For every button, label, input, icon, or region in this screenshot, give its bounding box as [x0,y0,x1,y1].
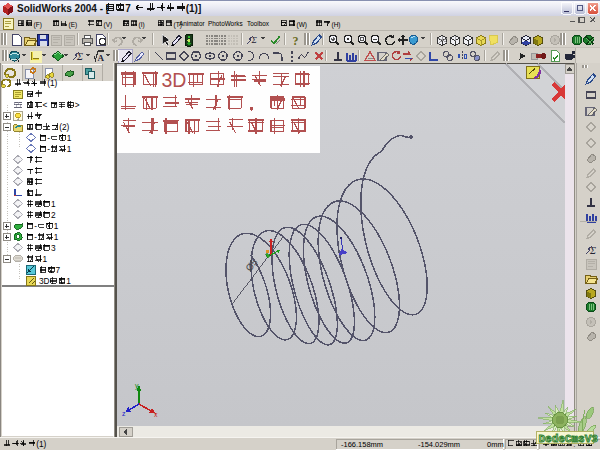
svg-text:-: - [34,232,37,242]
svg-text:1: 1 [67,144,72,154]
svg-text:PhotoWorks: PhotoWorks [208,20,243,27]
svg-text:>: > [75,100,80,110]
svg-text:?: ? [293,34,299,48]
svg-text:(1)]: (1)] [186,3,202,14]
svg-text:(1): (1) [36,439,46,449]
svg-text:Σ: Σ [76,51,83,62]
svg-text:(F): (F) [34,21,42,29]
svg-text:1: 1 [54,221,59,231]
svg-text:1: 1 [54,232,59,242]
svg-text:y: y [135,382,139,390]
svg-text:(E): (E) [69,21,78,29]
svg-text:2: 2 [51,210,56,220]
svg-text:7: 7 [56,265,61,275]
svg-text:3D: 3D [39,276,50,286]
svg-text:0mm: 0mm [487,440,504,449]
svg-text:Animator: Animator [179,20,205,27]
svg-text:x: x [154,411,158,418]
svg-text:SolidWorks 2004 - [: SolidWorks 2004 - [ [17,3,110,14]
svg-text:-: - [47,133,50,143]
svg-text:(2): (2) [59,122,69,132]
svg-text:(I): (I) [139,21,145,29]
svg-text:-154.029mm: -154.029mm [418,440,460,449]
svg-text:(1): (1) [47,78,57,88]
svg-text:1: 1 [66,276,71,286]
svg-text:-: - [34,221,37,231]
svg-text:Toolbox: Toolbox [247,20,270,27]
svg-text:DedeCmsV3: DedeCmsV3 [539,433,599,445]
svg-text:(H): (H) [332,21,341,29]
svg-text:<: < [43,100,48,110]
svg-text:3: 3 [51,243,56,253]
svg-text:3D: 3D [162,69,187,91]
svg-text:1: 1 [51,199,56,209]
svg-text:7: 7 [125,3,131,14]
svg-text:(V): (V) [104,21,113,29]
svg-text:-166.158mm: -166.158mm [341,440,383,449]
svg-text:Σ: Σ [589,245,596,256]
svg-text:1: 1 [43,254,48,264]
svg-text:(W): (W) [297,21,307,29]
svg-text:-: - [47,144,50,154]
svg-text:Σ: Σ [251,35,258,45]
svg-text:1: 1 [67,133,72,143]
svg-text:z: z [122,410,126,417]
svg-text:A: A [98,53,105,63]
